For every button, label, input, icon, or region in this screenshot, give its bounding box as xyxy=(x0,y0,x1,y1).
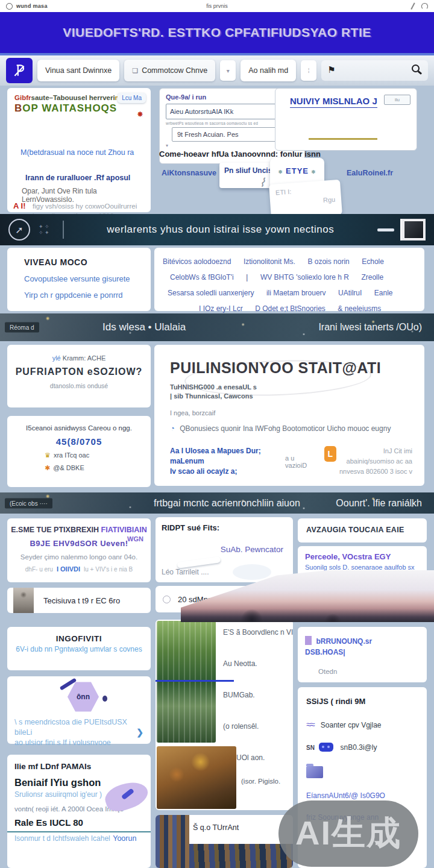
gallery-item[interactable]: E'S ã Boorvdlenc n VIk. xyxy=(223,628,293,637)
grid-card-banner-title[interactable]: AVZAUGIA TOUCAIA EAIE xyxy=(298,518,427,542)
avatar xyxy=(13,588,34,613)
pub-a-small: ylé Kramm: ACHE xyxy=(7,354,151,362)
grid-card-person[interactable]: Tecisiuva t t9 r EC 6ro xyxy=(7,588,151,613)
notice-button[interactable]: ilu xyxy=(384,95,410,105)
pub-b-item-1[interactable]: ♛xra ITcq oac xyxy=(13,451,145,459)
quick-link-4[interactable]: EaluRoinel.fr xyxy=(347,169,393,177)
scribble-icon: ≈≈ xyxy=(306,719,313,729)
info-link[interactable]: 6V-i dub nn Pgntwaxlg umvlar s covnes xyxy=(16,645,142,653)
publication-card-a[interactable]: ylé Kramm: ACHE PUFRIAPTON eSOZIOW? dtan… xyxy=(7,345,151,407)
pub-b-line: I5ceanoi asnidwyss Careou o ngg. xyxy=(13,424,145,432)
horizontal-links-card: Bitévicos aolodoeznd Iztionolitonit Ms. … xyxy=(154,248,424,311)
link-item[interactable]: Bitévicos aolodoeznd xyxy=(163,254,231,269)
photo-caption-right: Oounrt'. Ifie raniálkh xyxy=(336,498,422,509)
link-item[interactable]: Echole xyxy=(362,254,384,269)
service-link-1[interactable]: EíansnAUnt6/@ Is0G9O xyxy=(306,791,418,800)
grid-card-hex[interactable]: ônn \ s meendricstoa die PUEItsdUSX bile… xyxy=(7,676,151,744)
grid-card-gallery[interactable]: E'S ã Boorvdlenc n VIk. Au Neotta. BUMGa… xyxy=(156,620,293,810)
domain-sub: Otedn xyxy=(318,668,420,675)
photo-tag: Réoma d xyxy=(5,322,39,333)
link-item[interactable]: CelobWs & fBGloT'i xyxy=(170,269,234,285)
news-link-1[interactable]: M(betdrasual na noce nut Zhou ra xyxy=(20,148,134,157)
photo-banner-1[interactable]: Réoma d Ids wlesa • Ulalaia Irani lwesi … xyxy=(0,313,434,341)
link-item[interactable]: ili Maetam brouerv xyxy=(266,285,326,301)
announcement-banner[interactable]: ➚ ✦ ✧ ✧ ✦ werlarents yhus doun istirai i… xyxy=(0,214,434,245)
password-field[interactable]: 9t Fresh Acuian. Pes xyxy=(172,127,280,142)
logo-glyph-icon xyxy=(11,63,27,78)
folder-icon[interactable] xyxy=(306,766,323,778)
link-item[interactable]: Zreolle xyxy=(361,269,383,285)
tab-services-dropdown[interactable]: ❏ Commotcow Chnve xyxy=(124,60,215,81)
tab-home-label: Vinua sant Dwinnxe xyxy=(45,66,112,75)
pub-b-item-2[interactable]: ✱@& DBKE xyxy=(13,464,145,472)
grid-card-report[interactable]: RIDPT sué Fits: SuAb. Pewncator Léo Tarr… xyxy=(156,517,293,582)
deco-star-icon: ✱ xyxy=(312,169,316,175)
product-link-1[interactable]: Srulionsr asuiirqmol ig'eur ) xyxy=(14,790,102,799)
flag-icon: ⚑ xyxy=(327,64,335,75)
gallery-item[interactable]: (o rolensêl. xyxy=(223,722,293,731)
waterfall-photo[interactable] xyxy=(157,621,216,743)
pub-b-number-link[interactable]: 45(8/0705 xyxy=(13,436,145,447)
grid-card-domains[interactable]: bRRUNOUNQ.sr DSB.HOAS| Otedn xyxy=(298,627,427,682)
headline-meta-link[interactable]: I OIIVDI xyxy=(57,565,80,573)
site-logo[interactable] xyxy=(6,58,33,83)
page: wund masa fis prvnis VIUEDOFTS'RD. ESTTK… xyxy=(0,0,434,868)
gallery-item[interactable]: BUMGab. xyxy=(223,691,293,699)
tab-more[interactable]: Ao nalih md xyxy=(241,60,296,81)
news-link-2[interactable]: Irann de ruralluoer .Rf aposul xyxy=(25,174,130,182)
product-link-3[interactable]: Yoorun xyxy=(113,834,136,843)
domain-link-1[interactable]: bRRUNOUNQ.sr xyxy=(316,637,372,646)
links-card-link-2[interactable]: Yirp ch r gppdcenie e ponrrd xyxy=(24,291,151,300)
grid-card-product[interactable]: Ilie mf LDnf PAMAIs Beniaif IYiu gshon S… xyxy=(7,755,151,868)
highlight-swatch xyxy=(305,636,312,645)
kebab-menu[interactable]: ⁞ xyxy=(301,60,316,81)
person-label: Tecisiuva t t9 r EC 6ro xyxy=(43,596,120,605)
photo-banner-2[interactable]: (Ecoic obs ···· frtbgai mcntc acrienronc… xyxy=(0,492,434,514)
search-icon[interactable] xyxy=(412,64,420,72)
notice-underline xyxy=(309,138,377,140)
publication-card-b[interactable]: I5ceanoi asnidwyss Careou o ngg. 45(8/07… xyxy=(7,416,151,487)
links-row: Bitévicos aolodoeznd Iztionolitonit Ms. … xyxy=(163,254,416,269)
link-item[interactable]: Eanle xyxy=(374,285,393,301)
quick-link-1[interactable]: AiKtonsnasuve xyxy=(162,169,216,177)
search-input[interactable]: ⚑ xyxy=(321,60,428,81)
tab-more-label: Ao nalih md xyxy=(248,66,288,75)
orange-badge-icon[interactable]: L xyxy=(324,446,336,462)
gallery-caption: (isor. Pigislo. xyxy=(241,778,280,785)
link-item[interactable]: B ozois norin xyxy=(307,254,349,269)
service-row-1[interactable]: ≈≈ Soanter cpv Vgjlae xyxy=(306,719,418,729)
gallery-thumbnail-icon[interactable] xyxy=(400,219,426,241)
bottom-left-links[interactable]: Aa I Ulosea a Mapues Dur; maLenum Iv sca… xyxy=(170,446,269,477)
clock-icon xyxy=(163,596,171,603)
report-mid-link[interactable]: SuAb. Pewncator xyxy=(221,545,283,554)
grid-card-info[interactable]: INGOFIVITI 6V-i dub nn Pgntwaxlg umvlar … xyxy=(7,627,151,670)
notice-title-link[interactable]: NUIVIY MISLNLAO J xyxy=(290,96,377,108)
grid-card-headline[interactable]: E.SME TUE PTIXBREXIH FIATIVIBIAIN WGN B9… xyxy=(7,518,151,582)
link-item[interactable]: UAtilruI xyxy=(338,285,362,301)
headline-meta: dhF- u eruI OIIVDIlu + VIV's i e nia B xyxy=(7,565,151,573)
autumn-photo[interactable] xyxy=(157,746,236,809)
page-title: VIUEDOFTS'RD. ESTTKO CPFATIFIUDSYAO RTIE xyxy=(63,25,371,40)
domain-link-2[interactable]: DSB.HOAS| xyxy=(305,648,345,656)
gallery-item[interactable]: Au Neotta. xyxy=(223,659,293,668)
photo-caption-right: Irani lwesi tanerts /OUo) xyxy=(318,322,422,333)
hex-illustration: ônn xyxy=(14,681,143,712)
reload-icon[interactable] xyxy=(421,3,428,10)
teal-divider xyxy=(7,831,151,832)
right-title: AVZAUGIA TOUCAIA EAIE xyxy=(306,526,418,534)
link-item[interactable]: Sesarsa soledli uanxenjery xyxy=(168,285,254,301)
links-card-link-1[interactable]: Covoputslee versunte gisurete xyxy=(24,274,151,283)
main-heading: PUILINSIONYOO STAIT@ATI xyxy=(170,359,412,377)
tab-home[interactable]: Vinua sant Dwinnxe xyxy=(37,60,119,81)
chevron-right-icon[interactable]: ❯ xyxy=(136,728,143,738)
banner-dash-icon xyxy=(377,228,394,231)
compass-arrow-icon: ➚ xyxy=(8,219,30,241)
product-link-2[interactable]: Isonmur t d Ichtfswaleh Icahel xyxy=(14,834,110,843)
link-item[interactable]: Iztionolitonit Ms. xyxy=(244,254,295,269)
grid-card-textiles[interactable]: Š q.o TUrrAnt xyxy=(156,815,293,868)
service-row-2[interactable]: SN snB0.3i@ly xyxy=(306,743,418,752)
more-link[interactable]: Lcu Ma xyxy=(118,93,146,103)
main-bottom-row: Aa I Ulosea a Mapues Dur; maLenum Iv sca… xyxy=(170,446,412,477)
link-item[interactable]: WV BHTG 'soliexlo lore h R xyxy=(260,269,349,285)
dropdown-toggle[interactable]: ▾ xyxy=(220,60,236,81)
